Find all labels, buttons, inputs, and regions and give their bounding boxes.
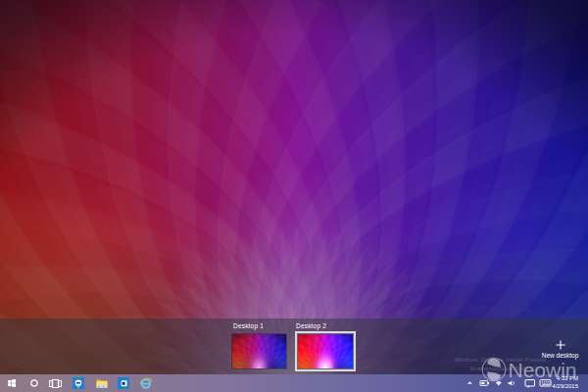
svg-text:Neowin: Neowin xyxy=(509,359,577,381)
